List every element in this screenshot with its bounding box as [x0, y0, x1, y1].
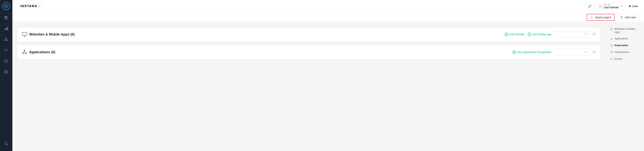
add-user-icon [620, 16, 623, 19]
panels-area: Websites & Mobile Apps (0) + Add Website… [12, 22, 605, 151]
right-sidebar: Websites & Mobile Apps Applications [605, 22, 644, 151]
svg-rect-8 [6, 28, 7, 30]
svg-point-44 [611, 38, 612, 38]
svg-point-12 [7, 40, 8, 41]
svg-line-13 [5, 39, 6, 40]
new-application-perspective-button[interactable]: + New Application Perspective [512, 50, 551, 54]
rs-applications-icon [610, 37, 613, 41]
hamburger-icon [592, 32, 596, 36]
new-app-label: New Application Perspective [517, 51, 551, 54]
time-range: Last minute [604, 6, 619, 9]
topbar-right: Mar 29 Last minute Live [586, 2, 639, 10]
applications-panel-header: Applications (0) + New Application Persp… [22, 49, 596, 55]
svg-line-20 [7, 145, 8, 145]
applications-search-input[interactable] [556, 51, 583, 54]
app-hamburger-icon [592, 50, 596, 53]
add-mobile-icon: + [528, 33, 531, 36]
svg-rect-3 [6, 16, 8, 17]
svg-point-18 [5, 70, 8, 71]
svg-point-32 [24, 50, 25, 51]
add-website-icon: + [505, 33, 508, 36]
svg-point-10 [6, 38, 7, 39]
rs-item-applications[interactable]: Applications [608, 36, 641, 42]
svg-point-46 [612, 39, 613, 40]
svg-rect-4 [5, 18, 6, 19]
gear-icon [590, 16, 593, 19]
svg-line-14 [6, 39, 7, 40]
applications-panel: Applications (0) + New Application Persp… [17, 45, 601, 59]
add-user-label: Add User [625, 16, 636, 19]
svg-line-48 [612, 38, 612, 39]
time-date: Mar 29 [604, 3, 619, 6]
rs-item-kubernetes[interactable]: Kubernetes [608, 43, 641, 49]
applications-panel-icon [22, 49, 27, 55]
svg-point-1 [6, 5, 7, 7]
time-range-selector[interactable]: Mar 29 Last minute [596, 2, 626, 10]
svg-rect-6 [5, 29, 6, 30]
add-mobile-app-button[interactable]: + Add Mobile App [528, 33, 551, 36]
content: Websites & Mobile Apps (0) + Add Website… [12, 22, 644, 151]
svg-point-50 [610, 51, 612, 52]
logo-icon [2, 2, 10, 10]
svg-point-11 [4, 40, 6, 41]
sidebar-item-dashboard[interactable] [0, 12, 12, 23]
svg-rect-5 [6, 18, 8, 19]
deploy-agent-button[interactable]: Deploy Agent [587, 14, 614, 21]
brand-selector[interactable]: INSTANA [18, 3, 42, 9]
sidebar-item-analytics[interactable] [0, 23, 12, 34]
websites-title-text: Websites & Mobile Apps (0) [29, 32, 75, 36]
svg-rect-9 [7, 27, 8, 30]
add-user-button[interactable]: Add User [617, 14, 639, 21]
sidebar-item-search[interactable] [0, 138, 12, 149]
websites-search-input[interactable] [556, 33, 583, 36]
websites-search-box[interactable] [554, 31, 589, 38]
svg-line-35 [24, 51, 24, 53]
applications-search-icon [584, 51, 587, 54]
websites-panel-title: Websites & Mobile Apps (0) [22, 32, 502, 37]
svg-point-34 [26, 53, 27, 54]
sidebar-item-settings[interactable] [0, 45, 12, 56]
svg-point-19 [5, 142, 7, 145]
rs-events-icon [610, 58, 613, 61]
deploy-agent-label: Deploy Agent [595, 16, 611, 19]
copy-link-button[interactable] [586, 2, 594, 10]
sidebar-logo[interactable] [0, 0, 12, 12]
topbar: INSTANA Mar 29 Last minute [12, 0, 644, 12]
svg-point-27 [585, 33, 586, 35]
applications-search-box[interactable] [554, 49, 589, 55]
play-icon [629, 5, 631, 7]
sidebar-item-services[interactable] [0, 34, 12, 45]
svg-rect-7 [6, 28, 6, 30]
rs-item-infrastructure[interactable]: Infrastructure [608, 49, 641, 55]
live-button[interactable]: Live [628, 5, 639, 8]
sidebar-item-infrastructure[interactable] [0, 66, 12, 77]
applications-title-text: Applications (0) [29, 50, 55, 54]
websites-panel-icon [22, 32, 27, 37]
svg-line-47 [611, 38, 612, 39]
svg-point-22 [592, 17, 592, 18]
svg-rect-43 [610, 28, 613, 30]
add-mobile-label: Add Mobile App [532, 33, 551, 36]
new-app-icon: + [512, 50, 516, 54]
brand-name: INSTANA [20, 4, 37, 8]
rs-events-label: Events [614, 57, 622, 61]
svg-line-36 [24, 51, 26, 53]
sidebar [0, 0, 12, 151]
add-website-button[interactable]: + Add Website [505, 33, 525, 36]
svg-point-16 [6, 50, 7, 51]
sidebar-item-layers[interactable] [0, 56, 12, 66]
applications-panel-title: Applications (0) [22, 49, 510, 55]
toolbar2: Deploy Agent Add User [12, 12, 644, 22]
rs-websites-icon [610, 28, 613, 31]
websites-menu-icon[interactable] [592, 32, 596, 37]
add-website-label: Add Website [510, 33, 525, 36]
live-label: Live [632, 5, 638, 8]
rs-websites-label: Websites & Mobile Apps [614, 27, 639, 34]
svg-marker-17 [4, 59, 8, 62]
rs-infrastructure-label: Infrastructure [614, 51, 629, 54]
applications-menu-icon[interactable] [592, 50, 596, 54]
rs-item-events[interactable]: Events [608, 56, 641, 62]
rs-infrastructure-icon [610, 51, 613, 54]
rs-item-websites-mobile[interactable]: Websites & Mobile Apps [608, 26, 641, 35]
rs-kubernetes-label: Kubernetes [614, 44, 628, 47]
